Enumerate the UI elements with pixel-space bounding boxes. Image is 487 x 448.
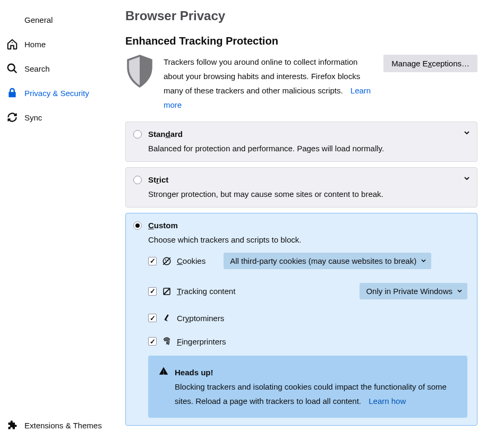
shield-icon: [125, 55, 154, 88]
svg-point-1: [8, 64, 15, 71]
cookies-label: Cookies: [177, 256, 206, 265]
tracking-icon: [162, 287, 172, 296]
learn-how-link[interactable]: Learn how: [369, 397, 406, 406]
warning-box: Heads up! Blocking trackers and isolatin…: [148, 356, 467, 418]
checkbox-cookies[interactable]: [148, 257, 157, 265]
checkbox-cryptominers[interactable]: [148, 314, 157, 322]
fingerprinters-label: Fingerprinters: [177, 337, 226, 346]
cryptominers-label: Cryptominers: [177, 314, 224, 323]
etp-description: Trackers follow you around online to col…: [164, 55, 374, 112]
tracking-select[interactable]: Only in Private Windows: [360, 283, 467, 299]
sidebar-item-label: Extensions & Themes: [24, 421, 102, 430]
etp-intro-text: Trackers follow you around online to col…: [164, 57, 360, 95]
sidebar-item-search[interactable]: Search: [0, 56, 119, 81]
option-title-custom: Custom: [148, 221, 178, 230]
radio-standard[interactable]: [133, 130, 142, 139]
svg-point-4: [165, 259, 166, 260]
option-title-standard: Standard: [148, 130, 183, 139]
sidebar-item-general[interactable]: General: [0, 7, 119, 32]
chevron-down-icon[interactable]: [464, 175, 469, 183]
gear-icon: [6, 14, 18, 25]
option-desc-custom: Choose which trackers and scripts to blo…: [148, 234, 467, 245]
sidebar-item-label: Privacy & Security: [24, 89, 89, 98]
sidebar: General Home Search Privacy & Security S…: [0, 0, 119, 448]
manage-exceptions-button[interactable]: Manage Exceptions…: [383, 55, 477, 72]
warning-icon: [159, 366, 168, 408]
tracking-label: Tracking content: [177, 287, 235, 296]
sidebar-item-label: Sync: [24, 113, 42, 122]
svg-line-9: [164, 288, 170, 295]
sidebar-item-label: General: [24, 15, 53, 24]
option-title-strict: Strict: [148, 175, 168, 184]
section-title: Enhanced Tracking Protection: [125, 35, 477, 47]
etp-intro: Trackers follow you around online to col…: [125, 55, 477, 112]
radio-custom[interactable]: [133, 221, 142, 230]
option-custom[interactable]: Custom Choose which trackers and scripts…: [125, 213, 477, 426]
svg-line-2: [14, 70, 16, 73]
radio-strict[interactable]: [133, 176, 142, 184]
sidebar-item-label: Home: [24, 40, 46, 49]
check-row-tracking: Tracking content Only in Private Windows: [148, 283, 467, 299]
option-desc-strict: Stronger protection, but may cause some …: [148, 188, 467, 200]
checkbox-fingerprinters[interactable]: [148, 337, 157, 346]
check-row-fingerprinters: Fingerprinters: [148, 337, 467, 346]
page-title: Browser Privacy: [125, 8, 477, 23]
check-row-cryptominers: Cryptominers: [148, 313, 467, 323]
check-row-cookies: Cookies All third-party cookies (may cau…: [148, 253, 467, 269]
lock-icon: [6, 87, 18, 99]
sync-icon: [6, 111, 18, 123]
sidebar-item-privacy[interactable]: Privacy & Security: [0, 81, 119, 105]
warning-text: Blocking trackers and isolating cookies …: [175, 382, 447, 406]
home-icon: [6, 38, 18, 50]
chevron-down-icon[interactable]: [464, 130, 469, 137]
main-content: Browser Privacy Enhanced Tracking Protec…: [119, 0, 487, 448]
puzzle-icon: [6, 419, 18, 431]
fingerprint-icon: [162, 337, 172, 346]
svg-point-0: [12, 42, 13, 43]
warning-title: Heads up!: [175, 365, 457, 380]
cookie-icon: [162, 256, 172, 266]
sidebar-item-label: Search: [24, 64, 50, 73]
option-standard[interactable]: Standard Balanced for protection and per…: [125, 122, 477, 162]
option-strict[interactable]: Strict Stronger protection, but may caus…: [125, 167, 477, 208]
checkbox-tracking[interactable]: [148, 287, 157, 296]
sidebar-item-extensions[interactable]: Extensions & Themes: [0, 413, 119, 437]
cookies-select[interactable]: All third-party cookies (may cause websi…: [224, 253, 431, 269]
cryptominer-icon: [162, 313, 172, 323]
sidebar-item-home[interactable]: Home: [0, 32, 119, 56]
sidebar-item-sync[interactable]: Sync: [0, 105, 119, 130]
search-icon: [6, 63, 18, 74]
option-desc-standard: Balanced for protection and performance.…: [148, 143, 467, 154]
